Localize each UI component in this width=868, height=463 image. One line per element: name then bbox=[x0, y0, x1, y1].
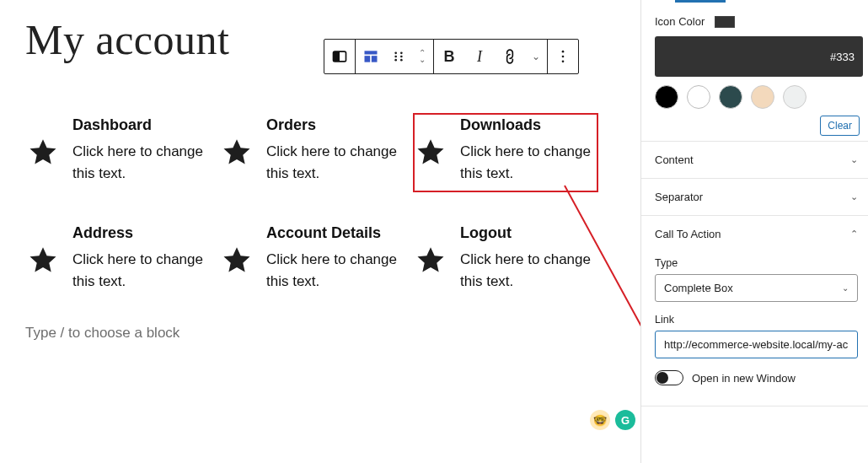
open-new-window-label: Open in new Window bbox=[692, 372, 796, 385]
palette-swatch[interactable] bbox=[655, 85, 678, 109]
info-box-text[interactable]: Click here to change this text. bbox=[460, 141, 592, 186]
info-box-text[interactable]: Click here to change this text. bbox=[266, 249, 398, 293]
move-up-down[interactable]: ⌃ ⌄ bbox=[411, 40, 433, 73]
star-icon bbox=[415, 245, 447, 277]
info-box-item[interactable]: Account DetailsClick here to change this… bbox=[219, 221, 405, 300]
panel-content-label: Content bbox=[655, 153, 694, 166]
panel-content[interactable]: Content ⌄ bbox=[641, 141, 868, 178]
svg-point-10 bbox=[400, 59, 403, 62]
panel-cta-label: Call To Action bbox=[655, 228, 721, 240]
link-button[interactable] bbox=[495, 40, 525, 73]
chevron-up-icon: ⌃ bbox=[850, 229, 858, 240]
svg-rect-2 bbox=[365, 51, 378, 54]
clear-color-button[interactable]: Clear bbox=[820, 116, 860, 136]
color-preview[interactable]: #333 bbox=[655, 36, 863, 77]
panel-cta[interactable]: Call To Action ⌃ bbox=[641, 215, 868, 252]
more-rich-dropdown[interactable]: ⌄ bbox=[525, 40, 547, 73]
floating-helpers: 🤓 G bbox=[590, 410, 635, 430]
star-icon bbox=[221, 245, 253, 277]
active-tab-indicator bbox=[675, 0, 726, 3]
panel-separator[interactable]: Separator ⌄ bbox=[641, 178, 868, 215]
link-label: Link bbox=[655, 314, 858, 326]
svg-rect-4 bbox=[372, 56, 378, 62]
star-icon bbox=[415, 137, 447, 169]
emoji-helper-button[interactable]: 🤓 bbox=[590, 410, 610, 430]
block-toolbar: ⌃ ⌄ B I ⌄ bbox=[324, 39, 579, 74]
info-box-item[interactable]: DownloadsClick here to change this text. bbox=[413, 113, 598, 192]
palette-swatch[interactable] bbox=[783, 85, 806, 109]
drag-handle[interactable] bbox=[386, 40, 411, 73]
info-box-item[interactable]: AddressClick here to change this text. bbox=[25, 221, 211, 300]
star-icon bbox=[27, 137, 59, 169]
settings-sidebar: Icon Color #333 Clear Content ⌄ Separato… bbox=[640, 0, 868, 463]
color-palette bbox=[641, 85, 868, 109]
info-box-item[interactable]: LogoutClick here to change this text. bbox=[413, 221, 598, 300]
chevron-down-icon: ⌄ bbox=[850, 191, 858, 202]
italic-button[interactable]: I bbox=[464, 40, 495, 73]
type-select[interactable]: Complete Box ⌄ bbox=[655, 274, 858, 302]
info-box-title[interactable]: Dashboard bbox=[72, 116, 204, 134]
layout-button[interactable] bbox=[356, 40, 386, 73]
link-input[interactable] bbox=[655, 331, 858, 358]
svg-point-12 bbox=[562, 56, 565, 58]
block-type-button[interactable] bbox=[324, 40, 355, 73]
star-icon bbox=[221, 137, 253, 169]
info-box-title[interactable]: Downloads bbox=[460, 116, 592, 134]
grammarly-button[interactable]: G bbox=[615, 410, 635, 430]
icon-color-label: Icon Color bbox=[655, 15, 705, 28]
chevron-down-icon: ⌄ bbox=[532, 54, 540, 59]
more-options-button[interactable] bbox=[548, 40, 578, 73]
svg-point-6 bbox=[400, 52, 403, 55]
chevron-down-icon: ⌄ bbox=[842, 283, 849, 293]
info-box-text[interactable]: Click here to change this text. bbox=[72, 249, 204, 293]
chevron-down-icon: ⌄ bbox=[850, 154, 858, 165]
items-grid: DashboardClick here to change this text.… bbox=[25, 113, 598, 299]
svg-point-9 bbox=[394, 59, 397, 62]
svg-point-11 bbox=[562, 51, 565, 53]
palette-swatch[interactable] bbox=[687, 85, 710, 109]
info-box-item[interactable]: OrdersClick here to change this text. bbox=[219, 113, 405, 192]
icon-color-swatch[interactable] bbox=[715, 16, 735, 28]
svg-point-5 bbox=[394, 52, 397, 55]
color-hex-label: #333 bbox=[830, 51, 855, 63]
star-icon bbox=[27, 245, 59, 277]
info-box-title[interactable]: Logout bbox=[460, 224, 592, 242]
chevron-down-icon: ⌄ bbox=[419, 57, 426, 62]
svg-rect-1 bbox=[334, 51, 340, 62]
svg-point-13 bbox=[562, 61, 565, 63]
sidebar-bottom-separator bbox=[641, 406, 868, 406]
panel-separator-label: Separator bbox=[655, 191, 703, 203]
svg-point-8 bbox=[400, 56, 403, 58]
info-box-text[interactable]: Click here to change this text. bbox=[460, 249, 592, 293]
block-appender[interactable]: Type / to choose a block bbox=[25, 325, 615, 342]
info-box-item[interactable]: DashboardClick here to change this text. bbox=[25, 113, 211, 192]
bold-button[interactable]: B bbox=[434, 40, 464, 73]
svg-rect-3 bbox=[365, 56, 371, 62]
palette-swatch[interactable] bbox=[719, 85, 742, 109]
info-box-title[interactable]: Account Details bbox=[266, 224, 398, 242]
svg-point-7 bbox=[394, 56, 397, 58]
info-box-title[interactable]: Address bbox=[72, 224, 204, 242]
info-box-text[interactable]: Click here to change this text. bbox=[72, 141, 204, 186]
info-box-title[interactable]: Orders bbox=[266, 116, 398, 134]
type-select-value: Complete Box bbox=[664, 282, 733, 294]
open-new-window-toggle[interactable] bbox=[655, 370, 683, 385]
info-box-text[interactable]: Click here to change this text. bbox=[266, 141, 398, 186]
type-label: Type bbox=[655, 257, 858, 269]
palette-swatch[interactable] bbox=[751, 85, 774, 109]
